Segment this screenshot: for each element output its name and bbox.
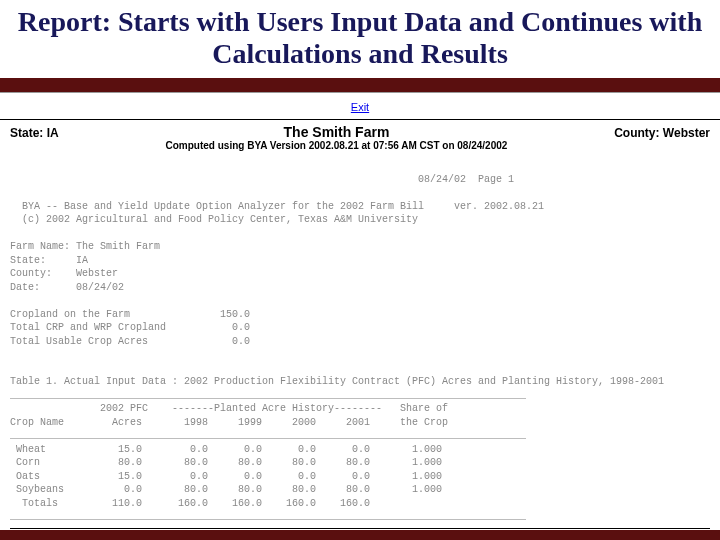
slide-title-area: Report: Starts with Users Input Data and…	[0, 0, 720, 78]
report-table-head-2: Crop Name Acres 1998 1999 2000 2001 the …	[10, 417, 448, 428]
report-table-bottom-rule: ________________________________________…	[10, 511, 526, 522]
report-farm-block: Farm Name: The Smith Farm State: IA Coun…	[10, 241, 160, 293]
report-line-2: (c) 2002 Agricultural and Food Policy Ce…	[10, 214, 418, 225]
report-body: 08/24/02 Page 1 BYA -- Base and Yield Up…	[0, 153, 720, 524]
county-label: County: Webster	[614, 124, 710, 140]
state-label: State: IA	[10, 124, 59, 140]
report-date-page: 08/24/02 Page 1	[10, 174, 514, 185]
report-header-row: State: IA The Smith Farm Computed using …	[0, 120, 720, 153]
computed-line: Computed using BYA Version 2002.08.21 at…	[59, 140, 615, 151]
exit-row: Exit	[0, 95, 720, 119]
report-line-1: BYA -- Base and Yield Update Option Anal…	[10, 201, 544, 212]
bottom-maroon-bar	[0, 530, 720, 540]
report-table-mid-rule: ________________________________________…	[10, 430, 526, 441]
report-table-title: Table 1. Actual Input Data : 2002 Produc…	[10, 376, 664, 387]
slide-title: Report: Starts with Users Input Data and…	[10, 6, 710, 70]
header-center: The Smith Farm Computed using BYA Versio…	[59, 124, 615, 151]
report-table-head-1: 2002 PFC -------Planted Acre History----…	[10, 403, 448, 414]
exit-link[interactable]: Exit	[351, 101, 369, 113]
top-maroon-bar	[0, 78, 720, 92]
report-crop-block: Cropland on the Farm 150.0 Total CRP and…	[10, 309, 250, 347]
farm-name: The Smith Farm	[59, 124, 615, 140]
report-table-top-rule: ________________________________________…	[10, 390, 526, 401]
report-table-rows: Wheat 15.0 0.0 0.0 0.0 0.0 1.000 Corn 80…	[10, 444, 442, 509]
